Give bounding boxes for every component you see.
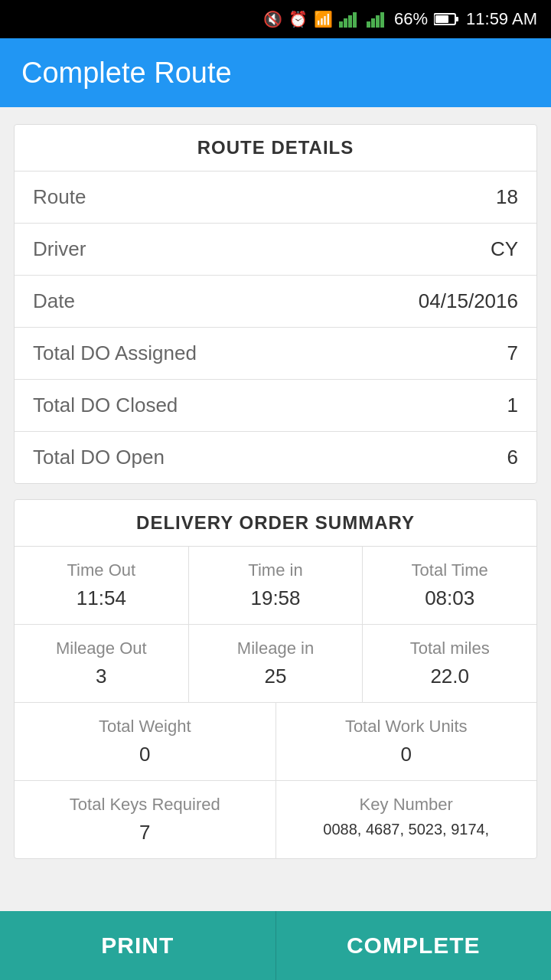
svg-rect-2 [348,15,352,28]
total-time-cell: Total Time 08:03 [363,547,536,624]
time-in-value: 19:58 [250,586,300,610]
svg-rect-7 [380,12,384,28]
main-content: ROUTE DETAILS Route 18 Driver CY Date 04… [0,107,551,911]
mileage-in-label: Mileage in [237,639,314,658]
table-row: Total DO Open 6 [15,432,536,483]
key-number-value: 0088, 4687, 5023, 9174, [323,821,489,838]
total-do-open-value: 6 [507,446,518,469]
route-details-header: ROUTE DETAILS [15,125,536,172]
date-value: 04/15/2016 [419,289,518,313]
status-bar: 🔇 ⏰ 📶 66% 11:59 AM [0,0,551,38]
table-row: Total DO Closed 1 [15,380,536,432]
total-work-units-value: 0 [401,743,412,766]
svg-rect-6 [376,15,380,28]
svg-rect-0 [339,21,343,28]
svg-rect-1 [344,18,347,28]
time-row: Time Out 11:54 Time in 19:58 Total Time … [15,547,536,625]
total-miles-label: Total miles [410,639,490,658]
driver-value: CY [491,237,518,261]
bottom-bar: PRINT COMPLETE [0,911,551,980]
battery-level: 66% [394,9,428,29]
total-do-closed-value: 1 [507,394,518,417]
keys-row: Total Keys Required 7 Key Number 0088, 4… [15,781,536,858]
signal-icon-2 [367,11,388,28]
mileage-in-cell: Mileage in 25 [189,625,364,702]
table-row: Total DO Assigned 7 [15,328,536,380]
signal-icon [339,11,360,28]
svg-rect-4 [367,21,370,28]
driver-label: Driver [33,237,491,261]
total-work-units-label: Total Work Units [345,717,468,737]
svg-rect-10 [435,15,448,23]
delivery-order-summary-card: DELIVERY ORDER SUMMARY Time Out 11:54 Ti… [14,499,537,859]
route-value: 18 [496,185,518,209]
key-number-cell: Key Number 0088, 4687, 5023, 9174, [276,781,537,858]
route-details-title: ROUTE DETAILS [197,137,354,158]
delivery-order-summary-title: DELIVERY ORDER SUMMARY [136,512,415,533]
battery-icon [434,12,458,26]
route-label: Route [33,185,496,209]
mileage-out-label: Mileage Out [56,639,147,658]
summary-grid: Time Out 11:54 Time in 19:58 Total Time … [15,547,536,858]
app-bar: Complete Route [0,38,551,107]
total-do-assigned-label: Total DO Assigned [33,341,507,365]
status-icons: 🔇 ⏰ 📶 66% [263,9,458,29]
total-weight-label: Total Weight [99,717,191,737]
total-do-closed-label: Total DO Closed [33,394,507,417]
date-label: Date [33,289,419,313]
alarm-icon: ⏰ [289,10,308,28]
status-time: 11:59 AM [466,9,537,29]
total-keys-label: Total Keys Required [70,795,220,815]
app-bar-title: Complete Route [21,57,232,90]
route-details-card: ROUTE DETAILS Route 18 Driver CY Date 04… [14,124,537,484]
time-in-label: Time in [248,560,302,580]
total-miles-cell: Total miles 22.0 [363,625,536,702]
table-row: Route 18 [15,172,536,224]
weight-row: Total Weight 0 Total Work Units 0 [15,703,536,781]
total-weight-cell: Total Weight 0 [15,703,276,780]
complete-button[interactable]: COMPLETE [276,911,552,980]
total-miles-value: 22.0 [430,665,469,688]
mute-icon: 🔇 [263,10,282,28]
table-row: Driver CY [15,224,536,276]
mileage-out-value: 3 [96,665,106,688]
route-details-rows: Route 18 Driver CY Date 04/15/2016 Total… [15,172,536,483]
table-row: Date 04/15/2016 [15,276,536,328]
svg-rect-9 [455,17,458,21]
time-out-cell: Time Out 11:54 [15,547,189,624]
time-out-label: Time Out [67,560,136,580]
key-number-label: Key Number [360,795,453,815]
svg-rect-3 [353,12,357,28]
total-time-value: 08:03 [425,586,474,610]
delivery-order-summary-header: DELIVERY ORDER SUMMARY [15,500,536,547]
mileage-in-value: 25 [265,665,287,688]
total-keys-value: 7 [139,821,150,844]
time-in-cell: Time in 19:58 [189,547,364,624]
print-button[interactable]: PRINT [0,911,276,980]
total-work-units-cell: Total Work Units 0 [276,703,537,780]
time-out-value: 11:54 [77,586,126,610]
total-weight-value: 0 [139,743,150,766]
mileage-out-cell: Mileage Out 3 [15,625,189,702]
svg-rect-5 [371,18,375,28]
wifi-icon: 📶 [314,10,333,28]
total-do-assigned-value: 7 [507,341,518,365]
total-do-open-label: Total DO Open [33,446,507,469]
mileage-row: Mileage Out 3 Mileage in 25 Total miles … [15,625,536,703]
total-keys-cell: Total Keys Required 7 [15,781,276,858]
total-time-label: Total Time [412,560,488,580]
